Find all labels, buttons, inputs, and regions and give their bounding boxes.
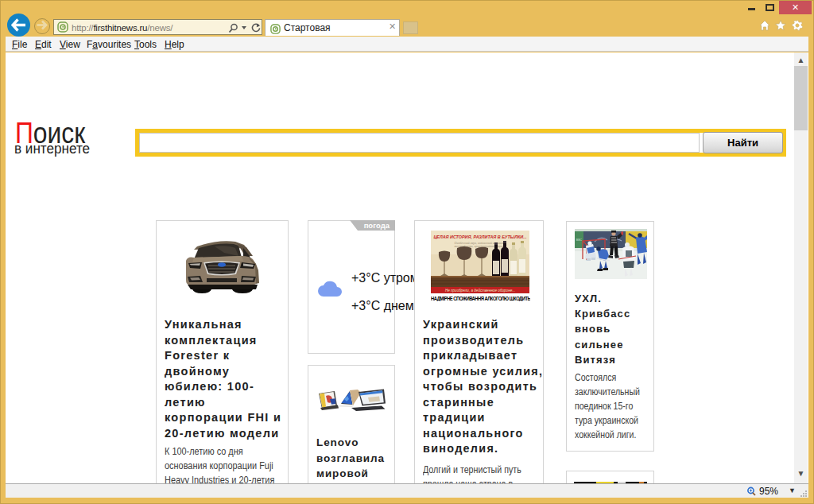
svg-text:ВВС: ВВС xyxy=(576,238,583,242)
svg-text:Не приобрели, а действенное об: Не приобрели, а действенное обороне... xyxy=(445,288,515,293)
svg-text:Особенный вкус, созданный веко: Особенный вкус, созданный вековыми xyxy=(455,242,506,245)
svg-text:ЦЕЛАЯ ИСТОРИЯ, РАЗЛИТАЯ В БУТЫ: ЦЕЛАЯ ИСТОРИЯ, РАЗЛИТАЯ В БУТЫЛКИ... xyxy=(433,235,527,239)
